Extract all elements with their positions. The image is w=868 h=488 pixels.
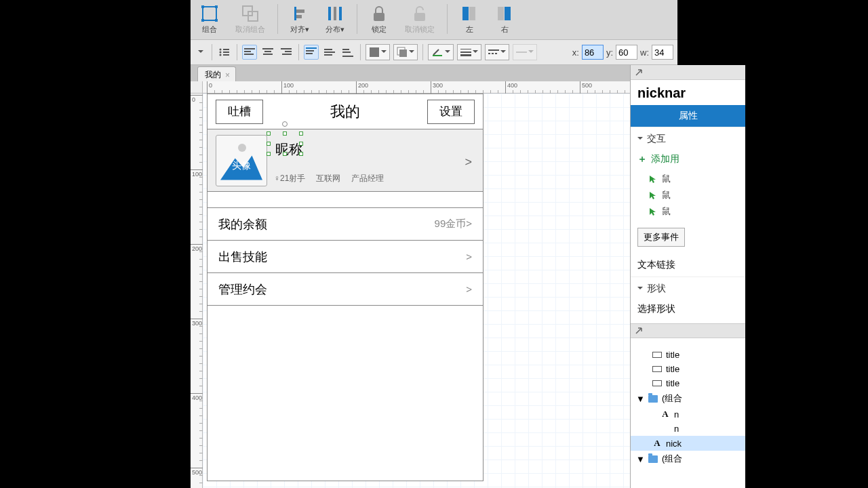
outline-group[interactable]: ▼(组合: [631, 390, 745, 407]
select-shape-button[interactable]: 选择形状: [631, 299, 745, 323]
avatar-placeholder[interactable]: 头像: [216, 135, 267, 186]
svg-rect-2: [215, 5, 218, 8]
tab-properties[interactable]: 属性: [631, 105, 745, 127]
event-item[interactable]: 鼠: [648, 203, 745, 220]
tabstrip: 我的 ×: [191, 65, 677, 81]
outline-item-selected[interactable]: Anick: [631, 436, 745, 451]
chevron-right-icon: >: [465, 155, 472, 169]
align-button[interactable]: 对齐▾: [290, 4, 309, 35]
tab-close-icon[interactable]: ×: [225, 70, 230, 80]
folder-icon: [648, 395, 658, 403]
border-color-dropdown[interactable]: [428, 44, 454, 60]
w-input[interactable]: [652, 45, 673, 60]
inspector-panel: nicknar 属性 交互 ＋ 添加用 鼠 鼠 鼠 更多事件 文本链接 形状 选…: [630, 65, 745, 488]
distribute-button[interactable]: 分布▾: [326, 4, 344, 35]
event-item[interactable]: 鼠: [648, 187, 745, 203]
outline-item[interactable]: title: [631, 376, 745, 390]
outline-item[interactable]: An: [631, 407, 745, 422]
svg-rect-16: [469, 7, 475, 20]
collapse-arrow-icon: [635, 68, 643, 77]
valign-middle-button[interactable]: [322, 45, 337, 60]
valign-top-button[interactable]: [304, 45, 319, 60]
svg-rect-29: [264, 51, 271, 52]
border-style-dropdown[interactable]: [485, 44, 509, 60]
svg-rect-36: [306, 53, 313, 54]
align-left-button[interactable]: [242, 45, 257, 60]
text-link-row[interactable]: 文本链接: [631, 253, 745, 277]
event-list: 鼠 鼠 鼠: [631, 169, 745, 224]
svg-rect-32: [285, 51, 292, 52]
svg-rect-17: [498, 7, 504, 20]
add-case-button[interactable]: ＋ 添加用: [631, 149, 745, 169]
design-header: 吐槽 我的 设置: [208, 94, 483, 129]
x-input[interactable]: [582, 45, 604, 60]
svg-rect-15: [462, 7, 469, 20]
svg-rect-22: [223, 52, 229, 53]
page-tab[interactable]: 我的 ×: [197, 66, 236, 81]
svg-rect-24: [223, 54, 229, 56]
design-left-button[interactable]: 吐槽: [216, 100, 263, 124]
svg-rect-3: [201, 19, 204, 22]
rect-icon: [652, 380, 662, 386]
design-frame[interactable]: 吐槽 我的 设置 头像 昵称: [207, 94, 484, 481]
plus-icon: ＋: [637, 153, 647, 165]
svg-rect-12: [339, 7, 342, 20]
y-input[interactable]: [616, 45, 637, 60]
list-bullet-button[interactable]: [217, 45, 232, 60]
design-title: 我的: [330, 102, 360, 122]
svg-rect-14: [414, 13, 425, 21]
event-item[interactable]: 鼠: [648, 171, 745, 187]
align-right-button[interactable]: [279, 45, 294, 60]
dock-right-button[interactable]: 右: [495, 4, 514, 35]
expand-icon[interactable]: ▼: [636, 454, 644, 464]
selection-handles[interactable]: [269, 134, 301, 154]
expand-icon[interactable]: ▼: [636, 394, 644, 404]
canvas[interactable]: 吐槽 我的 设置 头像 昵称: [203, 94, 677, 488]
ungroup-icon: [241, 4, 260, 23]
panel-collapse-button[interactable]: [631, 65, 745, 80]
unlock-icon: [410, 4, 429, 23]
group-button[interactable]: 组合: [200, 4, 219, 35]
svg-rect-53: [495, 53, 497, 54]
svg-rect-9: [296, 15, 302, 18]
design-right-button[interactable]: 设置: [427, 100, 475, 124]
outline-collapse[interactable]: [631, 323, 745, 338]
fill-color-dropdown[interactable]: [366, 44, 390, 60]
svg-rect-35: [306, 50, 314, 52]
svg-rect-33: [282, 54, 292, 55]
ruler-vertical[interactable]: 0100200300400500: [191, 94, 203, 488]
ruler-corner: [191, 81, 203, 94]
collapse-arrow-icon: [635, 327, 643, 335]
svg-rect-30: [263, 54, 273, 55]
svg-rect-46: [433, 55, 442, 56]
dock-left-button[interactable]: 左: [460, 4, 479, 35]
folder-icon: [648, 455, 658, 463]
shadow-dropdown[interactable]: [393, 44, 418, 60]
distribute-icon: [326, 4, 344, 23]
svg-rect-18: [505, 7, 511, 20]
outline-item[interactable]: title: [631, 362, 745, 376]
list-row-sell[interactable]: 出售技能 >: [208, 241, 483, 273]
svg-rect-49: [460, 54, 471, 56]
svg-rect-11: [334, 7, 336, 20]
ruler-horizontal[interactable]: 0100200300400500: [203, 81, 677, 94]
y-label: y:: [606, 47, 613, 58]
font-dropdown[interactable]: [195, 44, 207, 60]
x-label: x:: [572, 47, 579, 58]
lock-button[interactable]: 锁定: [370, 4, 389, 35]
svg-rect-45: [399, 49, 407, 57]
profile-row[interactable]: 头像 昵称 ♀21射手 互联网 产品经理 >: [208, 129, 483, 192]
align-center-button[interactable]: [260, 45, 275, 60]
list-row-manage[interactable]: 管理约会 >: [208, 273, 483, 306]
outline-item[interactable]: n: [631, 422, 745, 436]
cursor-icon: [648, 190, 658, 200]
more-events-button[interactable]: 更多事件: [637, 228, 685, 247]
list-row-balance[interactable]: 我的余额 99金币>: [208, 208, 483, 241]
svg-rect-39: [324, 54, 332, 56]
outline-item[interactable]: title: [631, 348, 745, 362]
rotate-handle[interactable]: [282, 121, 288, 127]
valign-bottom-button[interactable]: [340, 45, 355, 60]
border-width-dropdown[interactable]: [457, 44, 481, 60]
outline-group[interactable]: ▼(组合: [631, 451, 745, 467]
svg-rect-1: [201, 5, 204, 8]
